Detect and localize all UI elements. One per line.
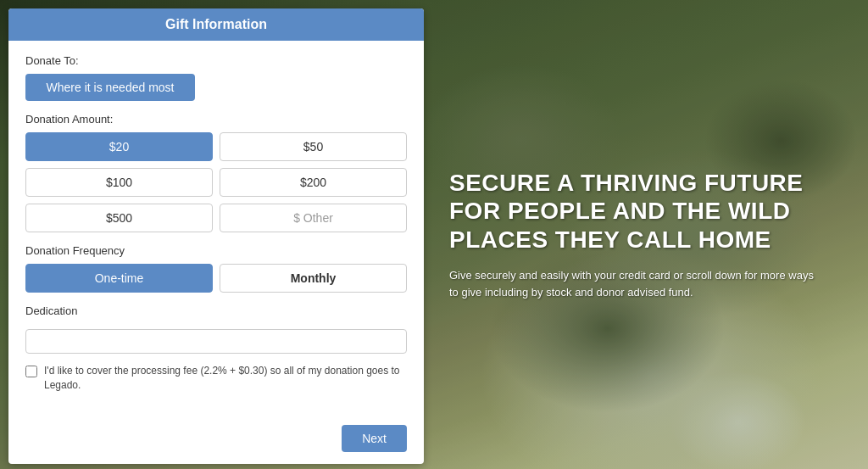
frequency-label: Donation Frequency bbox=[25, 244, 407, 257]
donate-to-label: Donate To: bbox=[25, 54, 407, 67]
dedication-input[interactable] bbox=[25, 329, 407, 354]
amount-button-200[interactable]: $200 bbox=[220, 168, 407, 197]
amount-button-other[interactable]: $ Other bbox=[220, 204, 407, 232]
amount-button-100[interactable]: $100 bbox=[25, 168, 213, 197]
frequency-section: Donation Frequency One-time Monthly bbox=[25, 244, 407, 293]
right-subtext: Give securely and easily with your credi… bbox=[449, 267, 822, 300]
form-footer: Next bbox=[8, 418, 424, 464]
dedication-section: Dedication bbox=[25, 304, 407, 354]
amount-grid: $20 $50 $100 $200 $500 $ Other bbox=[25, 132, 407, 232]
form-header-title: Gift Information bbox=[165, 17, 267, 31]
processing-fee-row: I'd like to cover the processing fee (2.… bbox=[25, 364, 407, 393]
right-content: SECURE A THRIVING FUTURE FOR PEOPLE AND … bbox=[432, 0, 868, 469]
form-header: Gift Information bbox=[8, 8, 424, 41]
next-button[interactable]: Next bbox=[342, 425, 407, 452]
amount-button-50[interactable]: $50 bbox=[220, 132, 407, 161]
amount-button-500[interactable]: $500 bbox=[25, 204, 213, 232]
dedication-label: Dedication bbox=[25, 304, 407, 317]
amount-button-20[interactable]: $20 bbox=[25, 132, 213, 161]
form-body: Donate To: Where it is needed most Donat… bbox=[8, 41, 424, 418]
processing-fee-checkbox[interactable] bbox=[25, 366, 37, 377]
frequency-grid: One-time Monthly bbox=[25, 264, 407, 293]
frequency-monthly-button[interactable]: Monthly bbox=[220, 264, 407, 293]
gift-information-form: Gift Information Donate To: Where it is … bbox=[8, 8, 424, 464]
right-heading: SECURE A THRIVING FUTURE FOR PEOPLE AND … bbox=[449, 169, 843, 254]
frequency-onetime-button[interactable]: One-time bbox=[25, 264, 213, 293]
processing-fee-text: I'd like to cover the processing fee (2.… bbox=[44, 364, 407, 393]
donation-amount-section: Donation Amount: $20 $50 $100 $200 $500 … bbox=[25, 113, 407, 232]
donation-amount-label: Donation Amount: bbox=[25, 113, 407, 126]
donate-to-button[interactable]: Where it is needed most bbox=[25, 74, 195, 101]
